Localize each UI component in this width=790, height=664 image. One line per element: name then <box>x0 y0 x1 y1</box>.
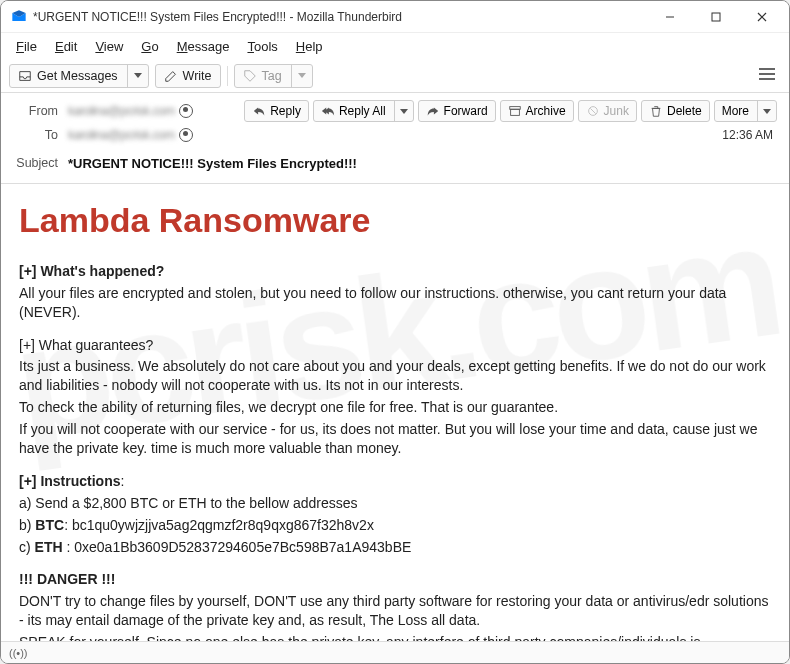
from-value: karolina@pcrisk.com <box>68 104 193 118</box>
body-title: Lambda Ransomware <box>19 198 771 244</box>
toolbar-separator <box>227 66 228 86</box>
to-address: karolina@pcrisk.com <box>68 128 175 142</box>
reply-all-label: Reply All <box>339 104 386 118</box>
from-address: karolina@pcrisk.com <box>68 104 175 118</box>
message-actions: Reply Reply All Forward Archive J <box>244 100 777 122</box>
maximize-button[interactable] <box>693 2 739 32</box>
app-window: *URGENT NOTICE!!! System Files Encrypted… <box>0 0 790 664</box>
sec3-b-label: b) BTC <box>19 517 64 533</box>
sec2-head: [+] What guarantees? <box>19 336 771 355</box>
minimize-button[interactable] <box>647 2 693 32</box>
reply-all-button[interactable]: Reply All <box>313 100 414 122</box>
statusbar: ((•)) <box>1 641 789 663</box>
more-button[interactable]: More <box>714 100 777 122</box>
junk-label: Junk <box>604 104 629 118</box>
online-status-icon[interactable]: ((•)) <box>9 647 28 659</box>
to-value: karolina@pcrisk.com <box>68 128 193 142</box>
message-header: From karolina@pcrisk.com Reply Reply All… <box>1 93 789 184</box>
more-dropdown[interactable] <box>757 101 776 121</box>
archive-icon <box>508 104 522 118</box>
reply-label: Reply <box>270 104 301 118</box>
message-body: Lambda Ransomware [+] What's happened? A… <box>1 184 789 641</box>
write-button[interactable]: Write <box>155 64 221 88</box>
sec3-c-label: c) ETH <box>19 539 63 555</box>
reply-all-icon <box>321 104 335 118</box>
menubar: File Edit View Go Message Tools Help <box>1 33 789 59</box>
trash-icon <box>649 104 663 118</box>
window-controls <box>647 2 785 32</box>
archive-label: Archive <box>526 104 566 118</box>
sec4-l1: DON'T try to change files by yourself, D… <box>19 592 771 630</box>
svg-rect-1 <box>712 13 720 21</box>
menu-go[interactable]: Go <box>134 37 165 56</box>
inbox-icon <box>18 69 32 83</box>
sec3-head: [+] Instructions <box>19 473 121 489</box>
sec2-l1: Its just a business. We absolutely do no… <box>19 357 771 395</box>
window-title: *URGENT NOTICE!!! System Files Encrypted… <box>33 10 647 24</box>
junk-icon <box>586 104 600 118</box>
thunderbird-icon <box>11 9 27 25</box>
svg-rect-8 <box>510 109 519 115</box>
sec4-l2: SPEAK for yourself. Since no one else ha… <box>19 633 771 641</box>
tag-label: Tag <box>262 69 282 83</box>
sec3-b-val: : bc1qu0ywjzjjva5ag2qgmzf2r8q9qxg867f32h… <box>64 517 374 533</box>
delete-button[interactable]: Delete <box>641 100 710 122</box>
forward-icon <box>426 104 440 118</box>
archive-button[interactable]: Archive <box>500 100 574 122</box>
sec2-l2: To check the ability of returning files,… <box>19 398 771 417</box>
junk-button[interactable]: Junk <box>578 100 637 122</box>
sec2-l3: If you will not cooperate with our servi… <box>19 420 771 458</box>
menu-edit[interactable]: Edit <box>48 37 84 56</box>
contact-icon[interactable] <box>179 128 193 142</box>
sec3-a: a) Send a $2,800 BTC or ETH to the bello… <box>19 494 771 513</box>
write-label: Write <box>183 69 212 83</box>
menu-view[interactable]: View <box>88 37 130 56</box>
toolbar: Get Messages Write Tag <box>1 59 789 93</box>
tag-icon <box>243 69 257 83</box>
get-messages-dropdown[interactable] <box>127 65 148 87</box>
menu-message[interactable]: Message <box>170 37 237 56</box>
subject-value: *URGENT NOTICE!!! System Files Encrypted… <box>68 156 357 171</box>
tag-button[interactable]: Tag <box>234 64 313 88</box>
menu-file[interactable]: File <box>9 37 44 56</box>
app-menu-button[interactable] <box>753 64 781 87</box>
get-messages-button[interactable]: Get Messages <box>9 64 149 88</box>
contact-icon[interactable] <box>179 104 193 118</box>
titlebar: *URGENT NOTICE!!! System Files Encrypted… <box>1 1 789 33</box>
message-time: 12:36 AM <box>722 128 777 142</box>
sec1-head: [+] What's happened? <box>19 263 164 279</box>
forward-label: Forward <box>444 104 488 118</box>
pencil-icon <box>164 69 178 83</box>
sec3-c-val: : 0xe0a1Bb3609D52837294605e7Bc598B7a1A94… <box>63 539 412 555</box>
forward-button[interactable]: Forward <box>418 100 496 122</box>
reply-all-dropdown[interactable] <box>394 101 413 121</box>
reply-button[interactable]: Reply <box>244 100 309 122</box>
sec1-body: All your files are encrypted and stolen,… <box>19 284 771 322</box>
reply-icon <box>252 104 266 118</box>
get-messages-label: Get Messages <box>37 69 118 83</box>
menu-tools[interactable]: Tools <box>240 37 284 56</box>
to-label: To <box>13 128 68 142</box>
menu-help[interactable]: Help <box>289 37 330 56</box>
more-label: More <box>722 104 749 118</box>
close-button[interactable] <box>739 2 785 32</box>
sec4-head: !!! DANGER !!! <box>19 571 115 587</box>
tag-dropdown[interactable] <box>291 65 312 87</box>
delete-label: Delete <box>667 104 702 118</box>
subject-label: Subject <box>13 156 68 170</box>
from-label: From <box>13 104 68 118</box>
